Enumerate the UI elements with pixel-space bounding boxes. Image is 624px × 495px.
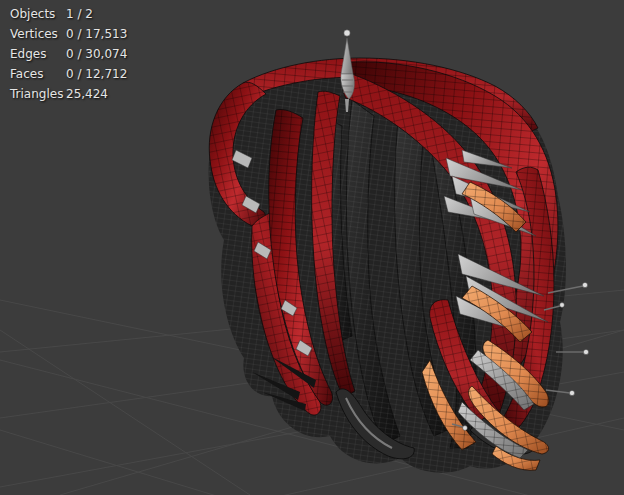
stats-overlay: Objects 1 / 2 Vertices 0 / 17,513 Edges … <box>10 4 127 104</box>
stats-row-triangles: Triangles 25,424 <box>10 84 127 104</box>
stats-label: Edges <box>10 44 66 64</box>
stats-label: Vertices <box>10 24 66 44</box>
stats-value: 0 / 30,074 <box>66 44 127 64</box>
stats-row-edges: Edges 0 / 30,074 <box>10 44 127 64</box>
stats-value: 1 / 2 <box>66 4 93 24</box>
stats-label: Objects <box>10 4 66 24</box>
stats-value: 0 / 12,712 <box>66 64 127 84</box>
stats-label: Faces <box>10 64 66 84</box>
stats-value: 25,424 <box>66 84 108 104</box>
3d-viewport[interactable]: Objects 1 / 2 Vertices 0 / 17,513 Edges … <box>0 0 624 495</box>
stats-row-vertices: Vertices 0 / 17,513 <box>10 24 127 44</box>
stats-value: 0 / 17,513 <box>66 24 127 44</box>
stats-row-objects: Objects 1 / 2 <box>10 4 127 24</box>
antenna-ball <box>344 30 350 36</box>
stats-label: Triangles <box>10 84 66 104</box>
stats-row-faces: Faces 0 / 12,712 <box>10 64 127 84</box>
